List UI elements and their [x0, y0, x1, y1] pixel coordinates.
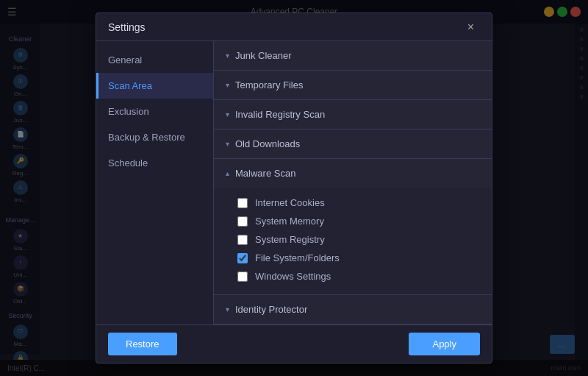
- nav-item-scan-area[interactable]: Scan Area: [96, 73, 213, 99]
- checkbox-system-registry-label: System Registry: [255, 234, 325, 245]
- checkbox-windows-settings-label: Windows Settings: [255, 271, 331, 282]
- settings-dialog: Settings × General Scan Area Exclusion B…: [96, 13, 492, 363]
- section-old-downloads-header[interactable]: ▾ Old Downloads: [214, 130, 492, 158]
- chevron-temporary-files: ▾: [226, 81, 229, 89]
- dialog-titlebar: Settings ×: [96, 13, 492, 41]
- apply-button[interactable]: Apply: [409, 333, 480, 355]
- checkbox-internet-cookies-input[interactable]: [237, 198, 248, 208]
- checkbox-system-memory[interactable]: System Memory: [237, 212, 480, 230]
- dialog-close-button[interactable]: ×: [462, 18, 480, 36]
- checkbox-file-system-folders-label: File System/Folders: [255, 252, 340, 263]
- checkbox-internet-cookies[interactable]: Internet Cookies: [237, 194, 480, 212]
- section-malware-scan-header[interactable]: ▴ Malware Scan: [214, 159, 492, 188]
- checkbox-system-memory-input[interactable]: [237, 216, 248, 227]
- section-identity-protector-label: Identity Protector: [235, 304, 307, 315]
- nav-item-exclusion[interactable]: Exclusion: [96, 99, 213, 124]
- section-temporary-files-header[interactable]: ▾ Temporary Files: [214, 71, 492, 99]
- checkbox-windows-settings-input[interactable]: [237, 272, 248, 282]
- chevron-malware-scan: ▴: [226, 169, 229, 177]
- section-invalid-registry-label: Invalid Registry Scan: [235, 109, 325, 120]
- section-invalid-registry: ▾ Invalid Registry Scan: [214, 100, 492, 130]
- restore-button[interactable]: Restore: [108, 333, 177, 355]
- chevron-old-downloads: ▾: [226, 140, 229, 148]
- checkbox-system-memory-label: System Memory: [255, 216, 324, 227]
- chevron-invalid-registry: ▾: [226, 110, 229, 118]
- section-identity-protector: ▾ Identity Protector: [214, 295, 492, 324]
- modal-overlay: Settings × General Scan Area Exclusion B…: [0, 0, 588, 376]
- nav-item-backup-restore[interactable]: Backup & Restore: [96, 124, 213, 150]
- dialog-content: ▾ Junk Cleaner ▾ Temporary Files ▾ Inval: [214, 41, 492, 324]
- chevron-identity-protector: ▾: [226, 305, 229, 313]
- section-malware-scan-label: Malware Scan: [235, 168, 295, 179]
- section-junk-cleaner-header[interactable]: ▾ Junk Cleaner: [214, 41, 492, 70]
- dialog-footer: Restore Apply: [96, 324, 492, 363]
- section-invalid-registry-header[interactable]: ▾ Invalid Registry Scan: [214, 100, 492, 129]
- section-junk-cleaner: ▾ Junk Cleaner: [214, 41, 492, 71]
- nav-item-general[interactable]: General: [96, 47, 213, 73]
- section-temporary-files: ▾ Temporary Files: [214, 71, 492, 100]
- malware-scan-content: Internet Cookies System Memory System Re…: [214, 188, 492, 294]
- section-identity-protector-header[interactable]: ▾ Identity Protector: [214, 295, 492, 324]
- chevron-junk-cleaner: ▾: [226, 52, 229, 60]
- dialog-title: Settings: [108, 21, 146, 33]
- section-old-downloads-label: Old Downloads: [235, 138, 300, 149]
- checkbox-internet-cookies-label: Internet Cookies: [255, 197, 325, 208]
- dialog-nav: General Scan Area Exclusion Backup & Res…: [96, 41, 214, 324]
- section-temporary-files-label: Temporary Files: [235, 79, 303, 91]
- section-malware-scan: ▴ Malware Scan Internet Cookies System M…: [214, 159, 492, 295]
- section-old-downloads: ▾ Old Downloads: [214, 130, 492, 159]
- checkbox-system-registry[interactable]: System Registry: [237, 230, 480, 249]
- checkbox-file-system-folders-input[interactable]: [237, 253, 248, 263]
- section-junk-cleaner-label: Junk Cleaner: [235, 50, 292, 61]
- nav-item-schedule[interactable]: Schedule: [96, 150, 213, 176]
- checkbox-windows-settings[interactable]: Windows Settings: [237, 267, 480, 285]
- checkbox-file-system-folders[interactable]: File System/Folders: [237, 249, 480, 267]
- dialog-body: General Scan Area Exclusion Backup & Res…: [96, 41, 492, 324]
- checkbox-system-registry-input[interactable]: [237, 235, 248, 245]
